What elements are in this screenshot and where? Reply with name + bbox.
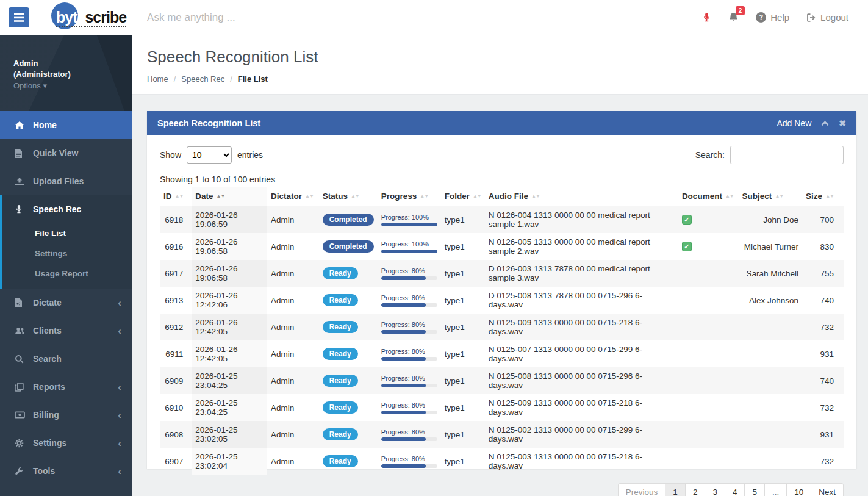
sidebar-item-label: Speech Rec bbox=[33, 204, 81, 214]
column-label: Dictator bbox=[271, 192, 302, 201]
sidebar-item-dictate[interactable]: Dictate‹ bbox=[0, 289, 132, 317]
cell-progress: Progress: 80% bbox=[378, 287, 441, 314]
cell-subject: John Doe bbox=[739, 206, 803, 234]
column-header-audio-file[interactable]: Audio File▲▼ bbox=[485, 187, 678, 206]
document-checkbox-checked[interactable]: ✓ bbox=[682, 242, 692, 251]
column-header-id[interactable]: ID▲▼ bbox=[160, 187, 192, 206]
pagination-4[interactable]: 4 bbox=[725, 483, 745, 496]
entries-label: entries bbox=[237, 150, 263, 160]
content-header: Speech Recognition List Home/Speech Rec/… bbox=[132, 35, 868, 95]
sidebar-item-label: Quick View bbox=[33, 148, 78, 158]
sidebar-item-settings[interactable]: Settings‹ bbox=[0, 429, 132, 457]
progress-label: Progress: 80% bbox=[381, 455, 437, 462]
notifications-button[interactable]: 2 bbox=[728, 12, 739, 23]
sidebar-item-speech-rec[interactable]: Speech Rec bbox=[2, 195, 132, 223]
microphone-icon[interactable] bbox=[702, 12, 711, 23]
content-body: Speech Recognition List Add New ✖ Show 1… bbox=[132, 95, 868, 496]
table-body: 69182026-01-26 19:06:59AdminCompletedPro… bbox=[160, 206, 844, 475]
column-header-document[interactable]: Document▲▼ bbox=[678, 187, 739, 206]
cell-dictator: Admin bbox=[267, 233, 319, 260]
sidebar-subitem-settings[interactable]: Settings bbox=[2, 243, 132, 264]
cell-audio-file: N 0125-007 1313 0000 00 00 0715-299 6-da… bbox=[485, 340, 678, 367]
sidebar-item-billing[interactable]: Billing‹ bbox=[0, 401, 132, 429]
sidebar-item-upload-files[interactable]: Upload Files bbox=[0, 167, 132, 195]
close-panel-button[interactable]: ✖ bbox=[839, 119, 846, 128]
app-logo[interactable]: bytescribe bbox=[56, 10, 126, 25]
sidebar-item-reports[interactable]: Reports‹ bbox=[0, 373, 132, 401]
column-label: Document bbox=[682, 192, 722, 201]
column-header-dictator[interactable]: Dictator▲▼ bbox=[267, 187, 319, 206]
progress-fill bbox=[381, 330, 426, 334]
logo-part2: scribe bbox=[85, 9, 126, 27]
pagination-5[interactable]: 5 bbox=[744, 483, 765, 496]
help-label: Help bbox=[770, 12, 789, 23]
menu-toggle-button[interactable] bbox=[9, 7, 29, 27]
sidebar-item-search[interactable]: Search bbox=[0, 345, 132, 373]
cell-document bbox=[678, 367, 739, 394]
pagination-dotdotdot: ... bbox=[764, 483, 787, 496]
cell-status: Ready bbox=[319, 421, 378, 448]
cell-document bbox=[678, 448, 739, 475]
cell-status: Ready bbox=[319, 340, 378, 367]
pagination-10[interactable]: 10 bbox=[786, 483, 811, 496]
cell-document bbox=[678, 314, 739, 340]
progress-bar bbox=[381, 223, 437, 226]
status-badge: Ready bbox=[323, 455, 358, 467]
column-label: Subject bbox=[742, 192, 772, 201]
pagination-3[interactable]: 3 bbox=[705, 483, 725, 496]
sidebar-item-label: Home bbox=[33, 120, 57, 130]
column-label: Progress bbox=[381, 192, 417, 201]
pagination-next[interactable]: Next bbox=[811, 483, 844, 496]
progress-label: Progress: 80% bbox=[381, 428, 437, 436]
show-label: Show bbox=[160, 150, 181, 160]
cell-id: 6913 bbox=[160, 287, 192, 314]
sort-icon: ▲▼ bbox=[217, 193, 225, 199]
column-header-folder[interactable]: Folder▲▼ bbox=[441, 187, 485, 206]
sidebar-subitem-file-list[interactable]: File List bbox=[2, 223, 132, 243]
help-icon: ? bbox=[756, 12, 766, 23]
collapse-panel-button[interactable] bbox=[821, 120, 829, 128]
sidebar-item-clients[interactable]: Clients‹ bbox=[0, 317, 132, 345]
sidebar-nav: HomeQuick ViewUpload FilesSpeech RecFile… bbox=[0, 111, 132, 485]
pagination-2[interactable]: 2 bbox=[685, 483, 706, 496]
document-checkbox-checked[interactable]: ✓ bbox=[682, 215, 692, 225]
column-header-subject[interactable]: Subject▲▼ bbox=[739, 187, 803, 206]
user-options-dropdown[interactable]: Options ▾ bbox=[13, 81, 132, 90]
panel-tools: Add New ✖ bbox=[777, 118, 846, 128]
cell-id: 6911 bbox=[160, 340, 192, 367]
table-search-input[interactable] bbox=[730, 146, 844, 164]
cell-subject: Alex Johnson bbox=[739, 287, 803, 314]
file-icon bbox=[15, 149, 25, 158]
cell-document bbox=[678, 287, 739, 314]
column-header-progress[interactable]: Progress▲▼ bbox=[378, 187, 441, 206]
logout-icon bbox=[806, 13, 816, 23]
sidebar-item-tools[interactable]: Tools‹ bbox=[0, 457, 132, 485]
global-search-input[interactable] bbox=[146, 11, 341, 24]
column-header-size[interactable]: Size▲▼ bbox=[802, 187, 844, 206]
sidebar-subitem-usage-report[interactable]: Usage Report bbox=[2, 264, 132, 284]
dictate-icon bbox=[15, 298, 25, 307]
column-label: Audio File bbox=[489, 192, 528, 201]
cell-folder: type1 bbox=[441, 367, 485, 394]
help-button[interactable]: ? Help bbox=[756, 12, 789, 23]
cell-date: 2026-01-26 19:06:58 bbox=[192, 233, 267, 260]
sort-icon: ▲▼ bbox=[305, 193, 314, 199]
column-header-date[interactable]: Date▲▼ bbox=[192, 187, 267, 206]
pagination-1[interactable]: 1 bbox=[665, 483, 686, 496]
search-label: Search: bbox=[695, 150, 725, 160]
cell-folder: type1 bbox=[441, 421, 485, 448]
cell-dictator: Admin bbox=[267, 314, 319, 340]
sidebar-item-home[interactable]: Home bbox=[0, 111, 132, 139]
add-new-button[interactable]: Add New bbox=[777, 118, 811, 128]
logout-button[interactable]: Logout bbox=[806, 12, 848, 23]
logo-text: bytescribe bbox=[56, 10, 126, 25]
cell-progress: Progress: 80% bbox=[378, 260, 441, 287]
breadcrumb-separator: / bbox=[230, 74, 232, 84]
sidebar-item-quick-view[interactable]: Quick View bbox=[0, 139, 132, 167]
column-header-status[interactable]: Status▲▼ bbox=[319, 187, 378, 206]
page-length-select[interactable]: 10 bbox=[187, 146, 232, 164]
breadcrumb-item-speech-rec[interactable]: Speech Rec bbox=[181, 74, 224, 84]
cell-document bbox=[678, 421, 739, 448]
breadcrumb-item-home[interactable]: Home bbox=[147, 74, 168, 84]
sort-icon: ▲▼ bbox=[531, 193, 540, 199]
